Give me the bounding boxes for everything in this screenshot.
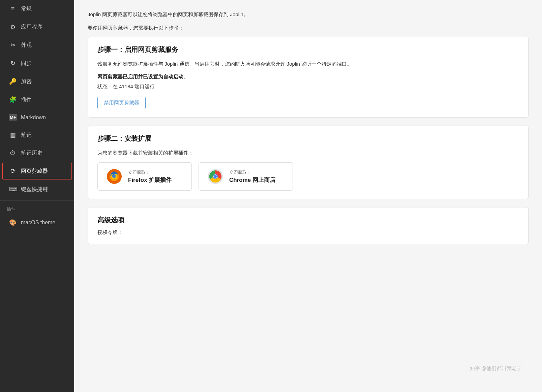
watermark: 知乎 @他们都叫我老宁 — [470, 365, 522, 372]
sidebar-item-keyboard[interactable]: ⌨ 键盘快捷键 — [2, 181, 72, 198]
step1-card: 步骤一：启用网页剪藏服务 该服务允许浏览器扩展插件与 Joplin 通信。当启用… — [88, 37, 529, 118]
sidebar-item-sync[interactable]: ↻ 同步 — [2, 55, 72, 72]
firefox-icon — [106, 168, 123, 185]
sidebar-item-label: 应用程序 — [21, 24, 42, 31]
sidebar-item-label: 插件 — [21, 96, 32, 103]
general-icon: ≡ — [9, 5, 17, 12]
sidebar-divider — [0, 200, 74, 201]
sidebar-item-label: 笔记 — [21, 132, 32, 139]
markdown-icon: M+ — [9, 114, 17, 121]
sidebar-item-label: Markdown — [21, 115, 46, 121]
encryption-icon: 🔑 — [9, 78, 17, 85]
sidebar-item-label: macOS theme — [21, 220, 55, 226]
svg-point-8 — [214, 175, 217, 178]
sidebar-item-label: 同步 — [21, 60, 32, 67]
step1-title: 步骤一：启用网页剪藏服务 — [97, 45, 519, 54]
keyboard-icon: ⌨ — [9, 186, 17, 193]
sidebar-item-label: 常规 — [21, 5, 32, 12]
firefox-subtitle: 立即获取： — [128, 169, 172, 175]
sidebar-item-label: 外观 — [21, 42, 32, 49]
sidebar-item-label: 网页剪藏器 — [21, 168, 48, 175]
firefox-info: 立即获取： Firefox 扩展插件 — [128, 169, 172, 184]
sidebar-item-appearance[interactable]: ✂ 外观 — [2, 37, 72, 54]
step2-title: 步骤二：安装扩展 — [97, 134, 519, 143]
advanced-title: 高级选项 — [97, 216, 519, 225]
sidebar-item-label: 笔记历史 — [21, 150, 42, 157]
sidebar-section-plugins-label: 插件 — [0, 203, 74, 214]
application-icon: ⚙ — [9, 23, 17, 31]
chrome-extension-card[interactable]: 立即获取： Chrome 网上商店 — [199, 162, 293, 191]
note-history-icon: ⏱ — [9, 150, 17, 157]
sidebar-item-macos-theme[interactable]: 🎨 macOS theme — [2, 214, 72, 231]
sidebar-item-encryption[interactable]: 🔑 加密 — [2, 73, 72, 90]
macos-theme-icon: 🎨 — [9, 219, 17, 226]
chrome-info: 立即获取： Chrome 网上商店 — [229, 169, 275, 184]
notes-icon: ▦ — [9, 131, 17, 139]
disable-clipper-button[interactable]: 禁用网页剪藏器 — [97, 97, 146, 109]
intro-text-1: Joplin 网页剪藏器可以让您将浏览器中的网页和屏幕截图保存到 Joplin。 — [88, 10, 529, 19]
appearance-icon: ✂ — [9, 41, 17, 49]
extension-row: 立即获取： Firefox 扩展插件 — [97, 162, 519, 191]
intro-text-2: 要使用网页剪藏器，您需要执行以下步骤： — [88, 24, 529, 32]
plugins-icon: 🧩 — [9, 96, 17, 103]
chrome-icon — [207, 168, 224, 185]
sidebar: ≡ 常规 ⚙ 应用程序 ✂ 外观 ↻ 同步 🔑 加密 🧩 插件 M+ Markd… — [0, 0, 74, 392]
sidebar-item-label: 键盘快捷键 — [21, 186, 48, 193]
chrome-subtitle: 立即获取： — [229, 169, 275, 175]
sidebar-item-note-history[interactable]: ⏱ 笔记历史 — [2, 145, 72, 161]
advanced-license-label: 授权令牌： — [97, 229, 123, 235]
step1-desc: 该服务允许浏览器扩展插件与 Joplin 通信。当启用它时，您的防火墙可能会请求… — [97, 60, 519, 68]
svg-point-3 — [112, 174, 116, 178]
step1-status-bold: 网页剪藏器已启用并已设置为自动启动。 — [97, 74, 519, 80]
sidebar-item-notes[interactable]: ▦ 笔记 — [2, 127, 72, 143]
sync-icon: ↻ — [9, 60, 17, 67]
step2-card: 步骤二：安装扩展 为您的浏览器下载并安装相关的扩展插件： 立即获取： — [88, 126, 529, 199]
sidebar-item-label: 加密 — [21, 78, 32, 85]
sidebar-item-plugins[interactable]: 🧩 插件 — [2, 91, 72, 108]
advanced-card: 高级选项 授权令牌： — [88, 207, 529, 244]
sidebar-item-web-clipper[interactable]: ⟳ 网页剪藏器 — [2, 163, 72, 179]
main-content: Joplin 网页剪藏器可以让您将浏览器中的网页和屏幕截图保存到 Joplin。… — [74, 0, 542, 392]
firefox-name: Firefox 扩展插件 — [128, 176, 172, 184]
step1-status: 状态：在 41184 端口运行 — [97, 84, 519, 90]
chrome-name: Chrome 网上商店 — [229, 176, 275, 184]
sidebar-item-general[interactable]: ≡ 常规 — [2, 1, 72, 17]
step2-desc: 为您的浏览器下载并安装相关的扩展插件： — [97, 149, 519, 157]
web-clipper-icon: ⟳ — [9, 167, 17, 175]
sidebar-item-markdown[interactable]: M+ Markdown — [2, 109, 72, 125]
sidebar-item-application[interactable]: ⚙ 应用程序 — [2, 19, 72, 35]
firefox-extension-card[interactable]: 立即获取： Firefox 扩展插件 — [97, 162, 192, 191]
